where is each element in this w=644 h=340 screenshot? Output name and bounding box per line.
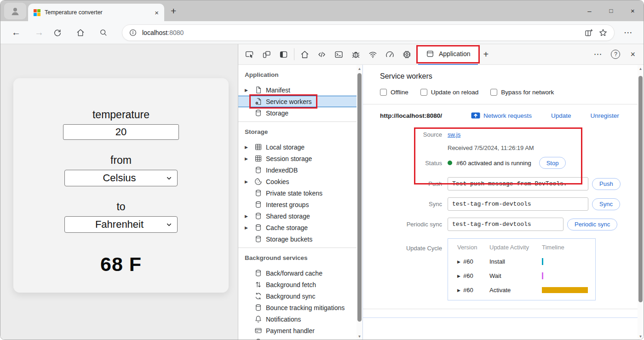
expand-arrow-icon[interactable]: ▶	[245, 214, 254, 219]
dock-side-button[interactable]	[275, 44, 292, 65]
push-button[interactable]: Push	[592, 178, 621, 190]
sidebar-item-private-state-tokens[interactable]: Private state tokens	[238, 187, 356, 199]
tab-welcome[interactable]	[296, 44, 313, 65]
tab-performance[interactable]	[381, 44, 398, 65]
sidebar-item-cache-storage[interactable]: ▶ Cache storage	[238, 222, 356, 233]
favorite-star-icon[interactable]	[598, 28, 608, 37]
refresh-button[interactable]	[53, 28, 71, 37]
update-on-reload-checkbox-item[interactable]: Update on reload	[420, 89, 479, 96]
update-link[interactable]: Update	[551, 112, 571, 119]
tab-elements[interactable]	[313, 44, 330, 65]
new-tab-button[interactable]: +	[171, 6, 176, 17]
tab-console[interactable]	[330, 44, 347, 65]
sync-tag-input[interactable]	[448, 197, 588, 211]
sidebar-scrollbar[interactable]: ▲ ▼	[356, 65, 362, 340]
sidebar-item-background-sync[interactable]: Background sync	[238, 290, 356, 302]
scroll-up-icon[interactable]: ▲	[356, 67, 362, 71]
devtools-toolbar: Application + ⋯ ? ×	[238, 44, 644, 65]
tab-sources[interactable]	[347, 44, 364, 65]
sidebar-item-shared-storage[interactable]: ▶ Shared storage	[238, 210, 356, 222]
network-requests-link[interactable]: Network requests	[471, 112, 532, 119]
profile-button[interactable]	[4, 3, 26, 19]
table-row[interactable]: ▶#60 Activate	[454, 287, 590, 294]
back-button[interactable]: ←	[7, 27, 25, 38]
table-row[interactable]: ▶#60 Wait	[454, 272, 590, 279]
sidebar-item-notifications[interactable]: Notifications	[238, 313, 356, 325]
sync-button[interactable]: Sync	[592, 198, 620, 210]
tab-close-icon[interactable]: ×	[155, 9, 159, 17]
device-emulation-button[interactable]	[258, 44, 275, 65]
update-on-reload-checkbox[interactable]	[420, 89, 427, 96]
sidebar-item-label: Back/forward cache	[266, 270, 322, 277]
sidebar-item-partial[interactable]	[238, 336, 356, 340]
sidebar-item-service-workers[interactable]: Service workers	[238, 96, 356, 107]
offline-checkbox[interactable]	[380, 89, 387, 96]
devtools-close-button[interactable]: ×	[626, 50, 640, 59]
sidebar-item-manifest[interactable]: ▶ Manifest	[238, 84, 356, 96]
forward-button[interactable]: →	[30, 27, 48, 38]
periodic-sync-button[interactable]: Periodic sync	[567, 219, 617, 231]
sidebar-item-payment-handler[interactable]: Payment handler	[238, 325, 356, 336]
sidebar-item-indexeddb[interactable]: IndexedDB	[238, 164, 356, 176]
to-select[interactable]: Fahrenheit	[64, 216, 178, 233]
unregister-link[interactable]: Unregister	[591, 112, 619, 119]
expand-arrow-icon[interactable]: ▶	[245, 225, 254, 230]
panel-scrollbar[interactable]: ▲ ▼	[638, 65, 644, 340]
document-gear-icon	[254, 97, 263, 106]
expand-arrow-icon[interactable]: ▶	[245, 88, 254, 92]
home-icon	[300, 50, 310, 59]
address-bar[interactable]: localhost:8080	[122, 24, 615, 41]
sidebar-item-session-storage[interactable]: ▶ Session storage	[238, 153, 356, 164]
devtools-more-tabs-button[interactable]: +	[478, 49, 494, 60]
sidebar-item-storage[interactable]: Storage	[238, 107, 356, 119]
push-row: Push Push	[380, 177, 629, 190]
expand-arrow-icon[interactable]: ▶	[457, 259, 460, 264]
expand-arrow-icon[interactable]: ▶	[245, 145, 254, 150]
scroll-down-icon[interactable]: ▼	[356, 334, 362, 339]
stop-button[interactable]: Stop	[539, 157, 566, 169]
sidebar-item-back-forward-cache[interactable]: Back/forward cache	[238, 267, 356, 279]
source-file-link[interactable]: sw.js	[448, 131, 629, 138]
tab-application[interactable]: Application	[418, 44, 478, 65]
network-requests-label: Network requests	[483, 112, 532, 119]
push-message-input[interactable]	[448, 177, 588, 190]
expand-arrow-icon[interactable]: ▶	[245, 179, 254, 184]
from-select[interactable]: Celsius	[64, 170, 178, 186]
scroll-up-icon[interactable]: ▲	[638, 67, 644, 71]
inspect-element-button[interactable]	[241, 44, 258, 65]
update-cycle-row: Update Cycle Version Update Activity Tim…	[380, 238, 629, 300]
sidebar-item-storage-buckets[interactable]: Storage buckets	[238, 233, 356, 245]
tab-memory[interactable]	[398, 44, 415, 65]
sidebar-item-background-fetch[interactable]: Background fetch	[238, 279, 356, 290]
tab-network[interactable]	[364, 44, 381, 65]
devtools-customize-button[interactable]: ⋯	[590, 49, 605, 59]
home-button[interactable]	[76, 28, 94, 37]
bypass-for-network-checkbox[interactable]	[490, 89, 497, 96]
browser-tab[interactable]: Temperature converter ×	[28, 4, 164, 21]
sidebar-item-cookies[interactable]: ▶ Cookies	[238, 176, 356, 187]
maximize-button[interactable]: □	[600, 0, 622, 21]
sidebar-item-label: IndexedDB	[266, 167, 298, 174]
expand-arrow-icon[interactable]: ▶	[245, 156, 254, 161]
bypass-for-network-checkbox-item[interactable]: Bypass for network	[490, 89, 554, 96]
sidebar-item-bounce-tracking-mitigations[interactable]: Bounce tracking mitigations	[238, 302, 356, 313]
scrollbar-thumb[interactable]	[357, 73, 362, 322]
site-info-icon[interactable]	[129, 29, 137, 37]
scrollbar-thumb[interactable]	[638, 76, 643, 302]
table-row[interactable]: ▶#60 Install	[454, 258, 590, 265]
browser-more-button[interactable]: ⋯	[619, 27, 637, 38]
offline-checkbox-item[interactable]: Offline	[380, 89, 408, 96]
search-button[interactable]	[99, 28, 117, 37]
sidebar-item-label: Storage buckets	[266, 236, 312, 243]
sidebar-item-local-storage[interactable]: ▶ Local storage	[238, 141, 356, 153]
temperature-input[interactable]	[63, 124, 179, 140]
periodic-sync-tag-input[interactable]	[448, 218, 564, 231]
scroll-down-icon[interactable]: ▼	[638, 334, 644, 339]
sidebar-item-interest-groups[interactable]: Interest groups	[238, 199, 356, 210]
expand-arrow-icon[interactable]: ▶	[457, 288, 460, 293]
devtools-help-button[interactable]: ?	[611, 50, 620, 59]
expand-arrow-icon[interactable]: ▶	[457, 274, 460, 278]
minimize-button[interactable]: –	[579, 0, 600, 21]
window-close-button[interactable]: ×	[622, 0, 644, 21]
split-screen-icon[interactable]	[584, 28, 593, 37]
